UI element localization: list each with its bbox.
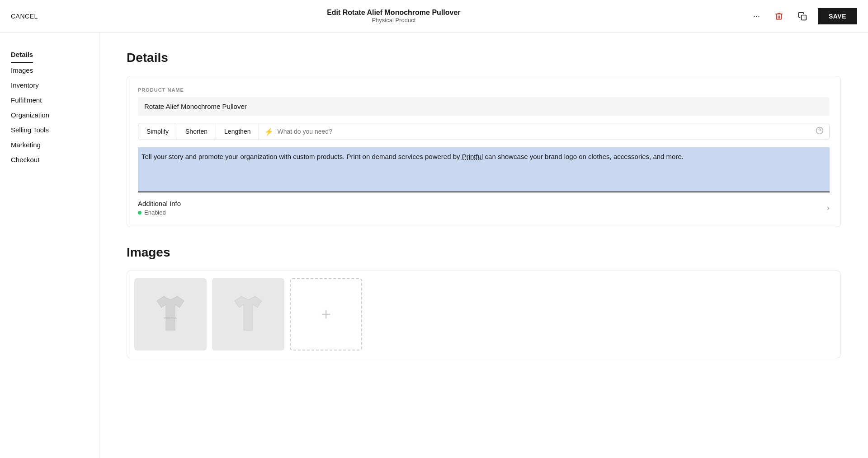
- header-left: CANCEL: [11, 13, 38, 20]
- details-section-title: Details: [127, 51, 841, 65]
- layout: Details Images Inventory Fulfillment Org…: [0, 33, 868, 458]
- svg-text:PRINTFUL: PRINTFUL: [164, 317, 177, 319]
- product-name-input[interactable]: [138, 97, 830, 116]
- images-grid: PRINTFUL: [127, 271, 840, 358]
- enabled-dot: [138, 211, 142, 215]
- shirt-image-1: PRINTFUL: [148, 292, 193, 337]
- ai-search-area: ⚡: [259, 126, 829, 136]
- shorten-tab[interactable]: Shorten: [177, 123, 216, 140]
- sidebar-item-images[interactable]: Images: [11, 63, 88, 78]
- help-icon[interactable]: [816, 126, 824, 136]
- additional-info-left: Additional Info Enabled: [138, 200, 181, 216]
- ai-toolbar: Simplify Shorten Lengthen ⚡: [138, 123, 830, 140]
- additional-info-status: Enabled: [138, 209, 181, 216]
- sidebar-item-details[interactable]: Details: [11, 47, 33, 63]
- sidebar-item-checkout[interactable]: Checkout: [11, 152, 88, 167]
- header: CANCEL Edit Rotate Alief Monochrome Pull…: [0, 0, 868, 33]
- page-subtitle: Physical Product: [327, 17, 460, 23]
- additional-info-row[interactable]: Additional Info Enabled ›: [138, 192, 830, 216]
- image-thumb-2[interactable]: [212, 278, 284, 351]
- sidebar-item-marketing[interactable]: Marketing: [11, 137, 88, 152]
- sidebar-item-selling-tools[interactable]: Selling Tools: [11, 122, 88, 137]
- header-right: ··· SAVE: [750, 8, 857, 24]
- sidebar: Details Images Inventory Fulfillment Org…: [0, 33, 99, 458]
- svg-rect-0: [801, 15, 806, 20]
- sidebar-item-fulfillment[interactable]: Fulfillment: [11, 93, 88, 107]
- delete-button[interactable]: [771, 10, 787, 23]
- plus-icon: [319, 307, 333, 322]
- page-title: Edit Rotate Alief Monochrome Pullover: [327, 9, 460, 17]
- duplicate-icon: [798, 12, 807, 21]
- shirt-image-2: [226, 292, 271, 337]
- details-card: PRODUCT NAME Simplify Shorten Lengthen ⚡: [127, 76, 841, 227]
- ai-search-input[interactable]: [277, 128, 812, 135]
- duplicate-button[interactable]: [794, 10, 811, 23]
- simplify-tab[interactable]: Simplify: [138, 123, 177, 140]
- chevron-right-icon: ›: [827, 203, 830, 213]
- additional-info-status-text: Enabled: [144, 209, 166, 216]
- sidebar-item-inventory[interactable]: Inventory: [11, 78, 88, 93]
- trash-icon: [774, 12, 783, 21]
- main-content: Details PRODUCT NAME Simplify Shorten Le…: [99, 33, 868, 458]
- description-field[interactable]: Tell your story and promote your organiz…: [138, 147, 830, 192]
- product-name-label: PRODUCT NAME: [138, 87, 830, 93]
- lightning-icon: ⚡: [264, 127, 274, 136]
- additional-info-title: Additional Info: [138, 200, 181, 207]
- add-image-button[interactable]: [290, 278, 362, 351]
- sidebar-item-organization[interactable]: Organization: [11, 107, 88, 122]
- lengthen-tab[interactable]: Lengthen: [216, 123, 259, 140]
- more-icon: ···: [753, 11, 760, 21]
- images-card: PRINTFUL: [127, 271, 841, 358]
- description-text: Tell your story and promote your organiz…: [142, 153, 684, 160]
- image-thumb-1[interactable]: PRINTFUL: [134, 278, 207, 351]
- images-section-title: Images: [127, 245, 841, 260]
- more-options-button[interactable]: ···: [750, 9, 764, 23]
- save-button[interactable]: SAVE: [818, 8, 857, 24]
- header-center: Edit Rotate Alief Monochrome Pullover Ph…: [327, 9, 460, 23]
- cancel-button[interactable]: CANCEL: [11, 13, 38, 20]
